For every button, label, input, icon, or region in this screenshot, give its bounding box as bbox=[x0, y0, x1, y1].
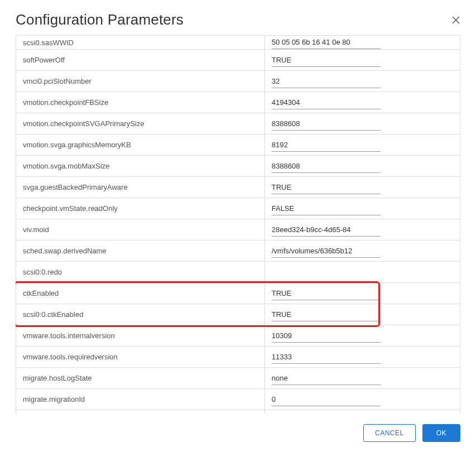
table-row: vmware.tools.internalversion bbox=[16, 325, 460, 347]
param-value-cell bbox=[265, 177, 460, 198]
param-name: scsi0:0.redo bbox=[16, 262, 265, 283]
param-value-cell bbox=[265, 134, 460, 156]
param-value-input[interactable] bbox=[272, 308, 381, 321]
table-row: scsi0:0.ctkEnabled bbox=[16, 304, 460, 325]
table-row: vmci0.pciSlotNumber bbox=[16, 71, 460, 92]
param-value-input[interactable] bbox=[272, 202, 381, 215]
param-value-input[interactable] bbox=[272, 181, 381, 194]
table-row: viv.moid bbox=[16, 219, 460, 241]
table-row: migrate.migrationId bbox=[16, 389, 460, 410]
table-row: vmotion.checkpointFBSize bbox=[16, 92, 460, 113]
param-name: vmotion.svga.mobMaxSize bbox=[16, 156, 265, 177]
param-name: sched.swap.derivedName bbox=[16, 241, 265, 262]
param-name: scsi0.sasWWID bbox=[16, 36, 265, 50]
table-row: checkpoint.vmState.readOnly bbox=[16, 198, 460, 219]
param-name: svga.guestBackedPrimaryAware bbox=[16, 177, 265, 198]
param-value-input[interactable] bbox=[272, 36, 381, 49]
param-value-cell bbox=[265, 262, 460, 283]
param-name: softPowerOff bbox=[16, 50, 265, 71]
param-name: viv.moid bbox=[16, 219, 265, 241]
param-value-cell bbox=[265, 241, 460, 262]
param-value-cell bbox=[265, 71, 460, 92]
param-value-cell bbox=[265, 410, 460, 415]
param-value-input[interactable] bbox=[272, 138, 381, 152]
param-name: vmware.tools.requiredversion bbox=[16, 347, 265, 368]
param-name: scsi0:0.ctkEnabled bbox=[16, 304, 265, 325]
modal-body: scsi0.sasWWIDsoftPowerOffvmci0.pciSlotNu… bbox=[0, 31, 476, 414]
table-row: vmotion.checkpointSVGAPrimarySize bbox=[16, 113, 460, 134]
table-row: vmware.tools.requiredversion bbox=[16, 347, 460, 368]
param-value-input[interactable] bbox=[272, 414, 381, 415]
param-value-cell bbox=[265, 325, 460, 347]
param-name: migrate.hostLogState bbox=[16, 368, 265, 389]
param-value-input[interactable] bbox=[272, 266, 381, 278]
cancel-button[interactable]: CANCEL bbox=[363, 424, 416, 442]
param-value-input[interactable] bbox=[272, 372, 381, 385]
param-name: vmotion.checkpointSVGAPrimarySize bbox=[16, 113, 265, 134]
param-name: vmci0.pciSlotNumber bbox=[16, 71, 265, 92]
parameter-table: scsi0.sasWWIDsoftPowerOffvmci0.pciSlotNu… bbox=[16, 36, 460, 414]
param-value-input[interactable] bbox=[272, 223, 381, 237]
table-row: vmotion.svga.mobMaxSize bbox=[16, 156, 460, 177]
table-row: scsi0:0.redo bbox=[16, 262, 460, 283]
param-name: vmotion.svga.graphicsMemoryKB bbox=[16, 134, 265, 156]
param-value-input[interactable] bbox=[272, 329, 381, 343]
param-value-cell bbox=[265, 92, 460, 113]
param-value-input[interactable] bbox=[272, 54, 381, 67]
param-name: checkpoint.vmState.readOnly bbox=[16, 198, 265, 219]
param-value-cell bbox=[265, 283, 460, 304]
param-value-cell bbox=[265, 347, 460, 368]
param-value-input[interactable] bbox=[272, 160, 381, 173]
parameter-scroll-area[interactable]: scsi0.sasWWIDsoftPowerOffvmci0.pciSlotNu… bbox=[16, 35, 460, 414]
param-value-input[interactable] bbox=[272, 75, 381, 88]
param-value-input[interactable] bbox=[272, 350, 381, 364]
table-row: vmotion.svga.graphicsMemoryKB bbox=[16, 134, 460, 156]
modal-title: Configuration Parameters bbox=[16, 11, 184, 28]
param-value-input[interactable] bbox=[272, 117, 381, 131]
param-name: ctkEnabled bbox=[16, 283, 265, 304]
ok-button[interactable]: OK bbox=[422, 424, 460, 442]
param-value-cell bbox=[265, 50, 460, 71]
param-value-cell bbox=[265, 368, 460, 389]
table-row: ctkEnabled bbox=[16, 283, 460, 304]
config-parameters-modal: Configuration Parameters scsi0.sasWWIDso… bbox=[0, 0, 476, 452]
param-value-cell bbox=[265, 304, 460, 325]
param-value-input[interactable] bbox=[272, 287, 381, 300]
param-value-cell bbox=[265, 198, 460, 219]
param-value-input[interactable] bbox=[272, 393, 381, 406]
table-row: scsi0.sasWWID bbox=[16, 36, 460, 50]
param-value-input[interactable] bbox=[272, 96, 381, 109]
param-name: vmware.tools.internalversion bbox=[16, 325, 265, 347]
param-name: migrate.migrationId bbox=[16, 389, 265, 410]
table-row: softPowerOff bbox=[16, 50, 460, 71]
param-value-cell bbox=[265, 113, 460, 134]
table-row: svga.guestBackedPrimaryAware bbox=[16, 177, 460, 198]
param-name: vmotion.checkpointFBSize bbox=[16, 92, 265, 113]
param-value-input[interactable] bbox=[272, 244, 381, 258]
param-value-cell bbox=[265, 389, 460, 410]
table-row: migrate.hostLog bbox=[16, 410, 460, 415]
modal-header: Configuration Parameters bbox=[0, 0, 476, 31]
param-value-cell bbox=[265, 36, 460, 50]
param-value-cell bbox=[265, 156, 460, 177]
param-value-cell bbox=[265, 219, 460, 241]
close-icon[interactable] bbox=[451, 16, 460, 25]
param-name: migrate.hostLog bbox=[16, 410, 265, 415]
modal-footer: CANCEL OK bbox=[0, 414, 476, 452]
table-row: sched.swap.derivedName bbox=[16, 241, 460, 262]
table-row: migrate.hostLogState bbox=[16, 368, 460, 389]
